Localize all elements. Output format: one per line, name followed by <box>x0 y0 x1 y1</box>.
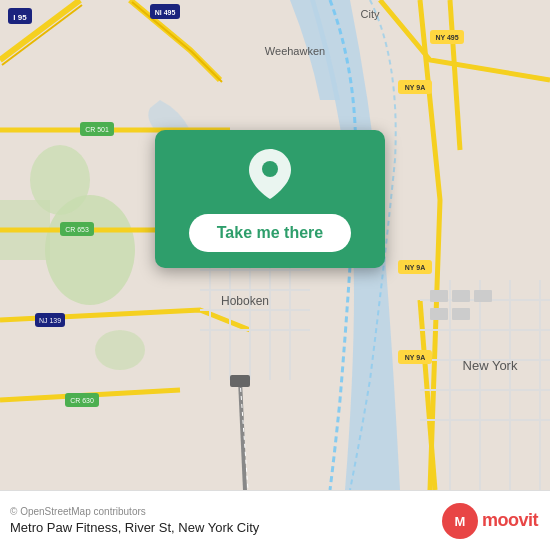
popup-card: Take me there <box>155 130 385 268</box>
moovit-logo: M moovit <box>442 503 538 539</box>
svg-text:NJ 139: NJ 139 <box>39 317 61 324</box>
place-name: Metro Paw Fitness, River St, New York Ci… <box>10 520 259 535</box>
svg-point-4 <box>95 330 145 370</box>
copyright-text: © OpenStreetMap contributors <box>10 506 259 517</box>
svg-text:CR 630: CR 630 <box>70 397 94 404</box>
svg-text:I 95: I 95 <box>13 13 27 22</box>
svg-rect-55 <box>452 308 470 320</box>
svg-text:Hoboken: Hoboken <box>221 294 269 308</box>
svg-rect-52 <box>452 290 470 302</box>
svg-text:M: M <box>455 514 466 529</box>
svg-rect-54 <box>430 308 448 320</box>
svg-text:NI 495: NI 495 <box>155 9 176 16</box>
map: I 95 NI 495 CR 501 CR 653 NJ 139 CR 630 … <box>0 0 550 490</box>
svg-point-56 <box>262 161 278 177</box>
svg-text:NY 9A: NY 9A <box>405 84 426 91</box>
svg-text:CR 501: CR 501 <box>85 126 109 133</box>
bottom-bar: © OpenStreetMap contributors Metro Paw F… <box>0 490 550 550</box>
moovit-text: moovit <box>482 510 538 531</box>
svg-text:New York: New York <box>463 358 518 373</box>
svg-text:CR 653: CR 653 <box>65 226 89 233</box>
svg-rect-50 <box>230 375 250 387</box>
moovit-icon: M <box>442 503 478 539</box>
svg-text:Weehawken: Weehawken <box>265 45 325 57</box>
svg-text:NY 495: NY 495 <box>435 34 458 41</box>
take-me-there-button[interactable]: Take me there <box>189 214 351 252</box>
location-pin-icon <box>244 148 296 200</box>
svg-rect-51 <box>430 290 448 302</box>
svg-text:NY 9A: NY 9A <box>405 264 426 271</box>
place-info: © OpenStreetMap contributors Metro Paw F… <box>10 506 259 535</box>
svg-text:NY 9A: NY 9A <box>405 354 426 361</box>
svg-rect-53 <box>474 290 492 302</box>
